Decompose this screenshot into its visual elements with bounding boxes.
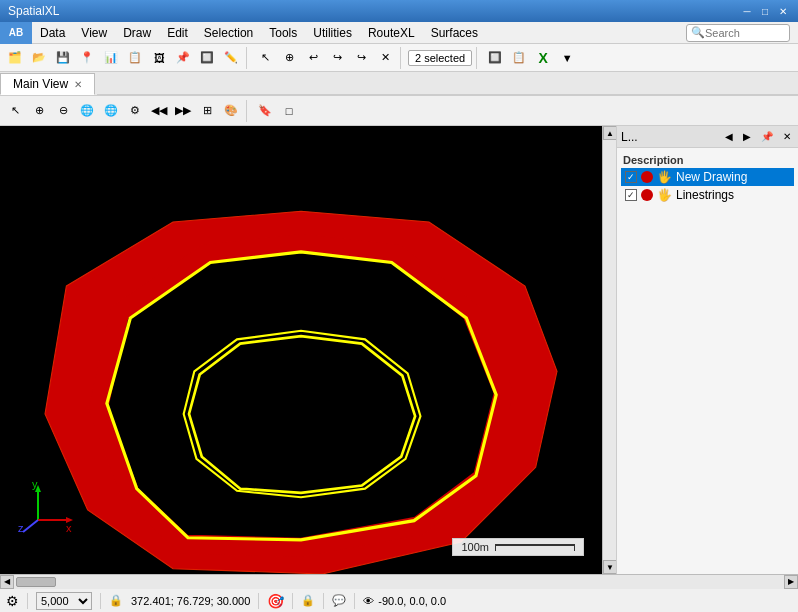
tab-main-view[interactable]: Main View ✕: [0, 73, 95, 95]
scroll-right-btn[interactable]: ▶: [784, 575, 798, 589]
tb-icon17[interactable]: 🔲: [484, 47, 506, 69]
mt-next[interactable]: ▶▶: [172, 100, 194, 122]
hscroll-track[interactable]: [14, 575, 784, 589]
tb-icon7[interactable]: 🖼: [148, 47, 170, 69]
toolbar-separator2: [400, 47, 404, 69]
circle-icon: 🎯: [267, 593, 284, 609]
tb-icon6[interactable]: 📋: [124, 47, 146, 69]
layer-checkbox-new-drawing[interactable]: ✓: [625, 171, 637, 183]
scroll-left-btn[interactable]: ◀: [0, 575, 14, 589]
svg-text:x: x: [66, 522, 72, 534]
status-zoom: 5,000 10,000 25,000: [36, 592, 92, 610]
mt-settings[interactable]: ⚙: [124, 100, 146, 122]
mt-zoom-in[interactable]: ⊕: [28, 100, 50, 122]
tb-icon14[interactable]: ↪: [326, 47, 348, 69]
scale-bar: 100m: [452, 538, 584, 556]
mt-color[interactable]: 🎨: [220, 100, 242, 122]
tb-icon19[interactable]: X: [532, 47, 554, 69]
maximize-button[interactable]: □: [758, 4, 772, 18]
main-area: y x z 100m: [0, 126, 798, 588]
tb-icon10[interactable]: ✏️: [220, 47, 242, 69]
vertical-scrollbar[interactable]: ▲ ▼: [602, 126, 616, 574]
scroll-track[interactable]: [603, 140, 616, 560]
map-row: y x z 100m: [0, 126, 798, 574]
close-button[interactable]: ✕: [776, 4, 790, 18]
tb-icon2[interactable]: 📂: [28, 47, 50, 69]
app-logo: AB: [0, 22, 32, 44]
horizontal-scrollbar[interactable]: ◀ ▶: [0, 574, 798, 588]
zoom-select[interactable]: 5,000 10,000 25,000: [36, 592, 92, 610]
mt-arrow[interactable]: ↖: [4, 100, 26, 122]
status-sep3: [258, 593, 259, 609]
tab-close-icon[interactable]: ✕: [74, 79, 82, 90]
tb-icon16[interactable]: ✕: [374, 47, 396, 69]
mt-bookmark[interactable]: 🔖: [254, 100, 276, 122]
panel-prev-btn[interactable]: ◀: [722, 130, 736, 143]
layer-hand-icon-1: 🖐: [657, 170, 672, 184]
mt-zoom-out[interactable]: ⊖: [52, 100, 74, 122]
tb-icon11[interactable]: ↖: [254, 47, 276, 69]
mt-globe1[interactable]: 🌐: [76, 100, 98, 122]
menu-edit[interactable]: Edit: [159, 22, 196, 44]
panel-next-btn[interactable]: ▶: [740, 130, 754, 143]
panel-pin-btn[interactable]: 📌: [758, 130, 776, 143]
tb-icon5[interactable]: 📊: [100, 47, 122, 69]
map-container[interactable]: y x z 100m: [0, 126, 602, 574]
minimize-button[interactable]: ─: [740, 4, 754, 18]
status-coords: 372.401; 76.729; 30.000: [131, 595, 250, 607]
tb-icon9[interactable]: 🔲: [196, 47, 218, 69]
hscroll-thumb[interactable]: [16, 577, 56, 587]
settings-icon[interactable]: ⚙: [6, 593, 19, 609]
tb-icon8[interactable]: 📌: [172, 47, 194, 69]
layer-item-linestrings[interactable]: ✓ 🖐 Linestrings: [621, 186, 794, 204]
menu-draw[interactable]: Draw: [115, 22, 159, 44]
scroll-up-btn[interactable]: ▲: [603, 126, 617, 140]
layer-hand-icon-2: 🖐: [657, 188, 672, 202]
menu-surfaces[interactable]: Surfaces: [423, 22, 486, 44]
tb-icon13[interactable]: ↩: [302, 47, 324, 69]
toolbar-separator1: [246, 47, 250, 69]
tb-icon4[interactable]: 📍: [76, 47, 98, 69]
scroll-down-btn[interactable]: ▼: [603, 560, 617, 574]
mt-globe2[interactable]: 🌐: [100, 100, 122, 122]
search-input[interactable]: [705, 27, 785, 39]
mt-prev[interactable]: ◀◀: [148, 100, 170, 122]
menu-view[interactable]: View: [73, 22, 115, 44]
status-sep2: [100, 593, 101, 609]
menu-data[interactable]: Data: [32, 22, 73, 44]
status-settings[interactable]: ⚙: [6, 593, 19, 609]
coords-text: 372.401; 76.729; 30.000: [131, 595, 250, 607]
panel-close-btn[interactable]: ✕: [780, 130, 794, 143]
selected-count-badge: 2 selected: [408, 50, 472, 66]
svg-text:z: z: [18, 522, 24, 534]
tb-icon18[interactable]: 📋: [508, 47, 530, 69]
status-sep1: [27, 593, 28, 609]
status-bar: ⚙ 5,000 10,000 25,000 🔒 372.401; 76.729;…: [0, 588, 798, 612]
axis-svg: y x z: [18, 480, 73, 535]
scale-label: 100m: [461, 541, 489, 553]
menu-selection[interactable]: Selection: [196, 22, 261, 44]
logo-text: AB: [9, 27, 23, 38]
layer-item-new-drawing[interactable]: ✓ 🖐 New Drawing: [621, 168, 794, 186]
tb-icon12[interactable]: ⊕: [278, 47, 300, 69]
status-sep5: [323, 593, 324, 609]
menu-routexl[interactable]: RouteXL: [360, 22, 423, 44]
layer-checkbox-linestrings[interactable]: ✓: [625, 189, 637, 201]
right-panel-header: L... ◀ ▶ 📌 ✕: [617, 126, 798, 148]
tb-icon20[interactable]: ▼: [556, 47, 578, 69]
tb-icon15[interactable]: ↪: [350, 47, 372, 69]
mt-grid[interactable]: ⊞: [196, 100, 218, 122]
right-panel: L... ◀ ▶ 📌 ✕ Description ✓ 🖐 New Drawing: [616, 126, 798, 574]
title-bar: SpatialXL ─ □ ✕: [0, 0, 798, 22]
tab-label: Main View: [13, 77, 68, 91]
eye-icon: 👁: [363, 595, 374, 607]
tb-icon3[interactable]: 💾: [52, 47, 74, 69]
menu-tools[interactable]: Tools: [261, 22, 305, 44]
menu-utilities[interactable]: Utilities: [305, 22, 360, 44]
tb-icon1[interactable]: 🗂️: [4, 47, 26, 69]
main-toolbar: 🗂️ 📂 💾 📍 📊 📋 🖼 📌 🔲 ✏️ ↖ ⊕ ↩ ↪ ↪ ✕ 2 sele…: [0, 44, 798, 72]
map-wrapper: y x z 100m: [0, 126, 798, 588]
message-icon: 💬: [332, 594, 346, 607]
menu-bar: AB Data View Draw Edit Selection Tools U…: [0, 22, 798, 44]
mt-square[interactable]: □: [278, 100, 300, 122]
